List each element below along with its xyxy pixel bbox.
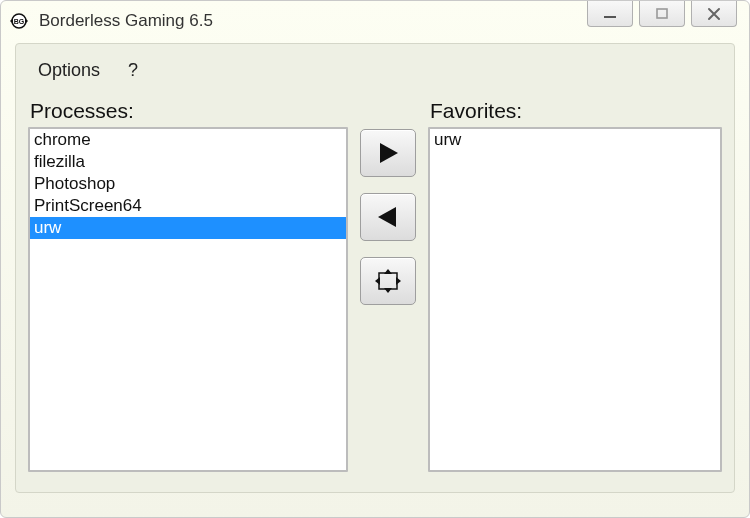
svg-marker-3 <box>25 18 28 24</box>
list-item[interactable]: urw <box>30 217 346 239</box>
content-frame: Options ? Processes: chromefilezillaPhot… <box>15 43 735 493</box>
processes-listbox[interactable]: chromefilezillaPhotoshopPrintScreen64urw <box>28 127 348 472</box>
processes-label: Processes: <box>30 99 348 123</box>
minimize-button[interactable] <box>587 1 633 27</box>
list-item[interactable]: urw <box>430 129 720 151</box>
menu-help[interactable]: ? <box>128 60 138 81</box>
svg-marker-6 <box>380 143 398 163</box>
borderless-button[interactable] <box>360 257 416 305</box>
svg-rect-8 <box>379 273 397 289</box>
window-title: Borderless Gaming 6.5 <box>39 11 213 31</box>
add-to-favorites-button[interactable] <box>360 129 416 177</box>
maximize-button[interactable] <box>639 1 685 27</box>
svg-marker-11 <box>375 277 380 285</box>
favorites-label: Favorites: <box>430 99 722 123</box>
svg-rect-5 <box>657 9 667 18</box>
window-controls <box>587 1 737 27</box>
menu-options[interactable]: Options <box>38 60 100 81</box>
svg-marker-10 <box>384 288 392 293</box>
app-icon: BG <box>9 11 29 31</box>
menubar: Options ? <box>28 54 722 99</box>
processes-panel: Processes: chromefilezillaPhotoshopPrint… <box>28 99 348 472</box>
favorites-listbox[interactable]: urw <box>428 127 722 472</box>
list-item[interactable]: filezilla <box>30 151 346 173</box>
list-item[interactable]: chrome <box>30 129 346 151</box>
svg-text:BG: BG <box>14 18 25 25</box>
list-item[interactable]: Photoshop <box>30 173 346 195</box>
titlebar[interactable]: BG Borderless Gaming 6.5 <box>1 1 749 41</box>
favorites-panel: Favorites: urw <box>428 99 722 472</box>
svg-marker-2 <box>10 18 13 24</box>
svg-marker-9 <box>384 269 392 274</box>
remove-from-favorites-button[interactable] <box>360 193 416 241</box>
svg-rect-4 <box>604 16 616 18</box>
svg-marker-12 <box>396 277 401 285</box>
transfer-buttons <box>348 99 428 472</box>
app-window: BG Borderless Gaming 6.5 Options ? P <box>0 0 750 518</box>
list-item[interactable]: PrintScreen64 <box>30 195 346 217</box>
svg-marker-7 <box>378 207 396 227</box>
panels: Processes: chromefilezillaPhotoshopPrint… <box>28 99 722 472</box>
close-button[interactable] <box>691 1 737 27</box>
